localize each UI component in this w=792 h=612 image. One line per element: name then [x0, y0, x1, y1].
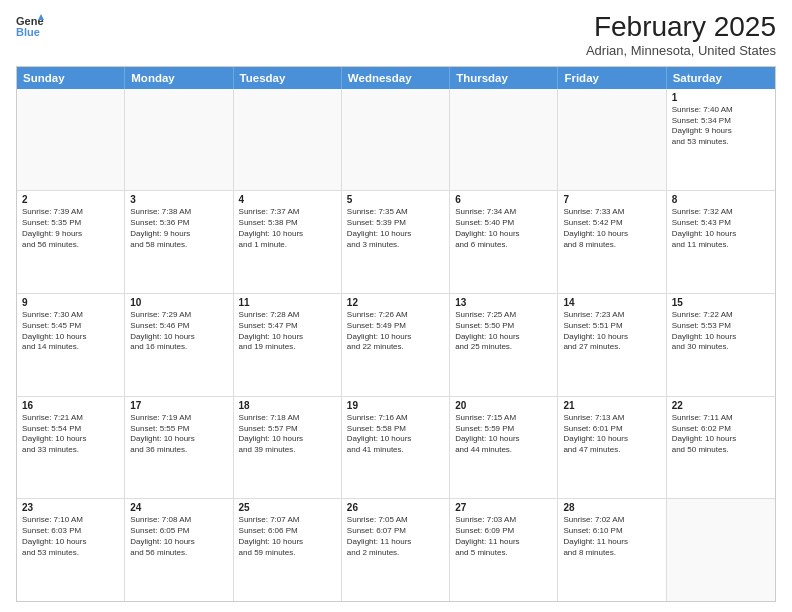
day-info: Sunrise: 7:05 AM Sunset: 6:07 PM Dayligh…	[347, 515, 444, 558]
cal-cell-3-6: 14Sunrise: 7:23 AM Sunset: 5:51 PM Dayli…	[558, 294, 666, 396]
cal-cell-2-1: 2Sunrise: 7:39 AM Sunset: 5:35 PM Daylig…	[17, 191, 125, 293]
cal-cell-1-2	[125, 89, 233, 191]
day-info: Sunrise: 7:32 AM Sunset: 5:43 PM Dayligh…	[672, 207, 770, 250]
day-number: 11	[239, 297, 336, 308]
cal-cell-5-2: 24Sunrise: 7:08 AM Sunset: 6:05 PM Dayli…	[125, 499, 233, 601]
cal-cell-2-2: 3Sunrise: 7:38 AM Sunset: 5:36 PM Daylig…	[125, 191, 233, 293]
cal-cell-5-6: 28Sunrise: 7:02 AM Sunset: 6:10 PM Dayli…	[558, 499, 666, 601]
day-info: Sunrise: 7:08 AM Sunset: 6:05 PM Dayligh…	[130, 515, 227, 558]
day-info: Sunrise: 7:03 AM Sunset: 6:09 PM Dayligh…	[455, 515, 552, 558]
day-info: Sunrise: 7:19 AM Sunset: 5:55 PM Dayligh…	[130, 413, 227, 456]
header-thursday: Thursday	[450, 67, 558, 89]
page: General Blue February 2025 Adrian, Minne…	[0, 0, 792, 612]
cal-cell-5-1: 23Sunrise: 7:10 AM Sunset: 6:03 PM Dayli…	[17, 499, 125, 601]
cal-cell-3-5: 13Sunrise: 7:25 AM Sunset: 5:50 PM Dayli…	[450, 294, 558, 396]
day-number: 27	[455, 502, 552, 513]
day-info: Sunrise: 7:28 AM Sunset: 5:47 PM Dayligh…	[239, 310, 336, 353]
cal-cell-1-4	[342, 89, 450, 191]
cal-cell-5-5: 27Sunrise: 7:03 AM Sunset: 6:09 PM Dayli…	[450, 499, 558, 601]
day-info: Sunrise: 7:34 AM Sunset: 5:40 PM Dayligh…	[455, 207, 552, 250]
header-tuesday: Tuesday	[234, 67, 342, 89]
cal-cell-2-5: 6Sunrise: 7:34 AM Sunset: 5:40 PM Daylig…	[450, 191, 558, 293]
day-number: 23	[22, 502, 119, 513]
day-number: 7	[563, 194, 660, 205]
title-block: February 2025 Adrian, Minnesota, United …	[586, 12, 776, 58]
cal-cell-1-7: 1Sunrise: 7:40 AM Sunset: 5:34 PM Daylig…	[667, 89, 775, 191]
calendar-row-5: 23Sunrise: 7:10 AM Sunset: 6:03 PM Dayli…	[17, 498, 775, 601]
cal-cell-1-6	[558, 89, 666, 191]
day-number: 5	[347, 194, 444, 205]
cal-cell-3-3: 11Sunrise: 7:28 AM Sunset: 5:47 PM Dayli…	[234, 294, 342, 396]
calendar-header: Sunday Monday Tuesday Wednesday Thursday…	[17, 67, 775, 89]
day-info: Sunrise: 7:18 AM Sunset: 5:57 PM Dayligh…	[239, 413, 336, 456]
day-info: Sunrise: 7:33 AM Sunset: 5:42 PM Dayligh…	[563, 207, 660, 250]
cal-cell-4-7: 22Sunrise: 7:11 AM Sunset: 6:02 PM Dayli…	[667, 397, 775, 499]
day-number: 26	[347, 502, 444, 513]
calendar-row-1: 1Sunrise: 7:40 AM Sunset: 5:34 PM Daylig…	[17, 89, 775, 191]
day-number: 6	[455, 194, 552, 205]
day-number: 14	[563, 297, 660, 308]
day-info: Sunrise: 7:39 AM Sunset: 5:35 PM Dayligh…	[22, 207, 119, 250]
cal-cell-4-1: 16Sunrise: 7:21 AM Sunset: 5:54 PM Dayli…	[17, 397, 125, 499]
logo: General Blue	[16, 12, 44, 40]
cal-cell-3-7: 15Sunrise: 7:22 AM Sunset: 5:53 PM Dayli…	[667, 294, 775, 396]
cal-cell-5-7	[667, 499, 775, 601]
cal-cell-4-4: 19Sunrise: 7:16 AM Sunset: 5:58 PM Dayli…	[342, 397, 450, 499]
day-number: 16	[22, 400, 119, 411]
header-sunday: Sunday	[17, 67, 125, 89]
header-friday: Friday	[558, 67, 666, 89]
day-number: 20	[455, 400, 552, 411]
day-info: Sunrise: 7:13 AM Sunset: 6:01 PM Dayligh…	[563, 413, 660, 456]
cal-cell-3-2: 10Sunrise: 7:29 AM Sunset: 5:46 PM Dayli…	[125, 294, 233, 396]
day-number: 21	[563, 400, 660, 411]
calendar: Sunday Monday Tuesday Wednesday Thursday…	[16, 66, 776, 602]
day-info: Sunrise: 7:10 AM Sunset: 6:03 PM Dayligh…	[22, 515, 119, 558]
day-info: Sunrise: 7:23 AM Sunset: 5:51 PM Dayligh…	[563, 310, 660, 353]
day-number: 8	[672, 194, 770, 205]
day-info: Sunrise: 7:15 AM Sunset: 5:59 PM Dayligh…	[455, 413, 552, 456]
header-wednesday: Wednesday	[342, 67, 450, 89]
day-info: Sunrise: 7:25 AM Sunset: 5:50 PM Dayligh…	[455, 310, 552, 353]
cal-cell-1-5	[450, 89, 558, 191]
day-info: Sunrise: 7:22 AM Sunset: 5:53 PM Dayligh…	[672, 310, 770, 353]
day-number: 28	[563, 502, 660, 513]
header-monday: Monday	[125, 67, 233, 89]
cal-cell-4-3: 18Sunrise: 7:18 AM Sunset: 5:57 PM Dayli…	[234, 397, 342, 499]
day-info: Sunrise: 7:35 AM Sunset: 5:39 PM Dayligh…	[347, 207, 444, 250]
day-number: 10	[130, 297, 227, 308]
cal-cell-2-7: 8Sunrise: 7:32 AM Sunset: 5:43 PM Daylig…	[667, 191, 775, 293]
day-number: 25	[239, 502, 336, 513]
cal-cell-3-1: 9Sunrise: 7:30 AM Sunset: 5:45 PM Daylig…	[17, 294, 125, 396]
calendar-row-4: 16Sunrise: 7:21 AM Sunset: 5:54 PM Dayli…	[17, 396, 775, 499]
day-number: 15	[672, 297, 770, 308]
month-title: February 2025	[586, 12, 776, 43]
day-info: Sunrise: 7:21 AM Sunset: 5:54 PM Dayligh…	[22, 413, 119, 456]
calendar-body: 1Sunrise: 7:40 AM Sunset: 5:34 PM Daylig…	[17, 89, 775, 601]
calendar-row-3: 9Sunrise: 7:30 AM Sunset: 5:45 PM Daylig…	[17, 293, 775, 396]
day-number: 19	[347, 400, 444, 411]
day-number: 3	[130, 194, 227, 205]
svg-text:Blue: Blue	[16, 26, 40, 38]
day-number: 12	[347, 297, 444, 308]
cal-cell-5-3: 25Sunrise: 7:07 AM Sunset: 6:06 PM Dayli…	[234, 499, 342, 601]
day-info: Sunrise: 7:02 AM Sunset: 6:10 PM Dayligh…	[563, 515, 660, 558]
day-number: 9	[22, 297, 119, 308]
calendar-row-2: 2Sunrise: 7:39 AM Sunset: 5:35 PM Daylig…	[17, 190, 775, 293]
day-info: Sunrise: 7:30 AM Sunset: 5:45 PM Dayligh…	[22, 310, 119, 353]
location: Adrian, Minnesota, United States	[586, 43, 776, 58]
cal-cell-5-4: 26Sunrise: 7:05 AM Sunset: 6:07 PM Dayli…	[342, 499, 450, 601]
day-number: 24	[130, 502, 227, 513]
day-number: 4	[239, 194, 336, 205]
day-info: Sunrise: 7:37 AM Sunset: 5:38 PM Dayligh…	[239, 207, 336, 250]
header-saturday: Saturday	[667, 67, 775, 89]
day-info: Sunrise: 7:26 AM Sunset: 5:49 PM Dayligh…	[347, 310, 444, 353]
cal-cell-2-3: 4Sunrise: 7:37 AM Sunset: 5:38 PM Daylig…	[234, 191, 342, 293]
cal-cell-1-3	[234, 89, 342, 191]
day-number: 2	[22, 194, 119, 205]
day-number: 1	[672, 92, 770, 103]
day-number: 17	[130, 400, 227, 411]
cal-cell-4-2: 17Sunrise: 7:19 AM Sunset: 5:55 PM Dayli…	[125, 397, 233, 499]
cal-cell-4-6: 21Sunrise: 7:13 AM Sunset: 6:01 PM Dayli…	[558, 397, 666, 499]
day-number: 18	[239, 400, 336, 411]
day-info: Sunrise: 7:07 AM Sunset: 6:06 PM Dayligh…	[239, 515, 336, 558]
